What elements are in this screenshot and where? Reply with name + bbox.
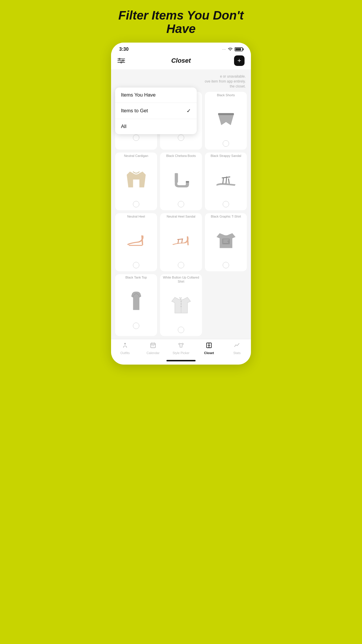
svg-rect-19 (152, 345, 152, 346)
item-label: Neutral Heel (125, 213, 147, 219)
svg-rect-10 (223, 242, 228, 243)
filter-button[interactable] (117, 55, 128, 66)
item-radio[interactable] (178, 134, 184, 141)
content-area: e or unavailable.ove item from app entir… (111, 69, 251, 339)
item-radio[interactable] (178, 262, 184, 268)
svg-rect-20 (153, 345, 154, 346)
item-radio[interactable] (178, 327, 184, 333)
item-radio[interactable] (133, 262, 139, 268)
list-item: Neutral Cardigan (115, 153, 157, 210)
dropdown-item-all[interactable]: All (115, 119, 197, 134)
wifi-icon (228, 47, 233, 52)
item-radio[interactable] (223, 201, 229, 207)
svg-point-12 (180, 303, 182, 304)
item-radio[interactable] (133, 134, 139, 141)
item-label: Black Chelsea Boots (164, 153, 198, 158)
list-item: Black Shorts (205, 92, 247, 150)
status-icons: ··· (222, 47, 243, 52)
svg-point-11 (180, 301, 182, 302)
svg-point-14 (124, 343, 126, 345)
svg-point-23 (208, 345, 209, 346)
closet-icon (206, 342, 212, 350)
page-wrapper: Filter Items You Don't Have 3:30 ··· (111, 6, 251, 365)
dropdown-item-label: Items to Get (121, 108, 148, 114)
signal-icon: ··· (222, 48, 226, 51)
item-image (205, 98, 247, 140)
list-item: Neutral Heel Sandal (160, 213, 202, 271)
item-radio[interactable] (178, 201, 184, 207)
item-label: Neutral Heel Sandal (165, 213, 197, 219)
checkmark-icon: ✓ (187, 108, 191, 114)
item-label: Black Tank Top (124, 274, 149, 280)
item-image (115, 158, 157, 200)
tab-label-style-picker: Style Picker (173, 351, 189, 355)
tab-label-stats: Stats (233, 351, 240, 355)
item-image (115, 280, 157, 322)
battery-icon (235, 47, 243, 51)
home-indicator (111, 356, 251, 365)
svg-rect-15 (151, 343, 156, 348)
nav-bar: Closet + (111, 53, 251, 69)
stats-icon (234, 342, 240, 350)
list-item: Neutral Heel (115, 213, 157, 271)
tab-style-picker[interactable]: Style Picker (172, 342, 190, 355)
svg-rect-8 (223, 239, 229, 240)
item-image (115, 219, 157, 261)
list-item: White Button Up Collared Shirt (160, 274, 202, 336)
item-radio[interactable] (223, 140, 229, 147)
tab-closet[interactable]: Closet (200, 342, 218, 355)
item-image (160, 158, 202, 200)
tab-label-outfits: Outfits (120, 351, 130, 355)
list-item: Black Tank Top (115, 274, 157, 336)
shirt-icon (178, 342, 184, 350)
item-label: White Button Up Collared Shirt (160, 274, 202, 284)
tab-outfits[interactable]: Outfits (116, 342, 134, 355)
status-time: 3:30 (119, 47, 129, 52)
dropdown-item-label: Items You Have (121, 92, 156, 98)
list-item: Black Chelsea Boots (160, 153, 202, 210)
svg-rect-9 (223, 241, 227, 242)
item-label: Black Graphic T-Shirt (209, 213, 243, 219)
tab-label-closet: Closet (204, 351, 214, 355)
item-radio[interactable] (133, 201, 139, 207)
item-radio[interactable] (223, 262, 229, 268)
item-image (205, 219, 247, 261)
status-bar: 3:30 ··· (111, 43, 251, 53)
add-item-button[interactable]: + (234, 55, 245, 66)
tab-label-calendar: Calendar (147, 351, 160, 355)
tab-bar: Outfits Calendar (111, 339, 251, 356)
svg-rect-5 (218, 113, 234, 115)
svg-point-13 (180, 306, 182, 307)
svg-rect-6 (175, 173, 178, 183)
phone-frame: 3:30 ··· (111, 43, 251, 365)
item-label: Neutral Cardigan (122, 153, 150, 158)
dropdown-item-have[interactable]: Items You Have (115, 88, 197, 103)
headline: Filter Items You Don't Have (111, 6, 251, 43)
svg-point-24 (209, 345, 210, 346)
item-image (160, 219, 202, 261)
item-radio[interactable] (133, 323, 139, 329)
list-item: Black Graphic T-Shirt (205, 213, 247, 271)
nav-title: Closet (171, 57, 191, 64)
calendar-icon (150, 342, 156, 350)
dropdown-item-get[interactable]: Items to Get ✓ (115, 103, 197, 119)
dropdown-item-label: All (121, 124, 126, 130)
person-icon (122, 342, 128, 350)
item-image (160, 284, 202, 326)
home-bar (166, 360, 196, 361)
tab-stats[interactable]: Stats (228, 342, 246, 355)
dropdown-menu: Items You Have Items to Get ✓ All (115, 88, 197, 134)
item-label: Black Shorts (215, 92, 237, 98)
item-image (205, 158, 247, 200)
item-label: Black Strappy Sandal (209, 153, 243, 158)
tab-calendar[interactable]: Calendar (144, 342, 162, 355)
list-item: Black Strappy Sandal (205, 153, 247, 210)
